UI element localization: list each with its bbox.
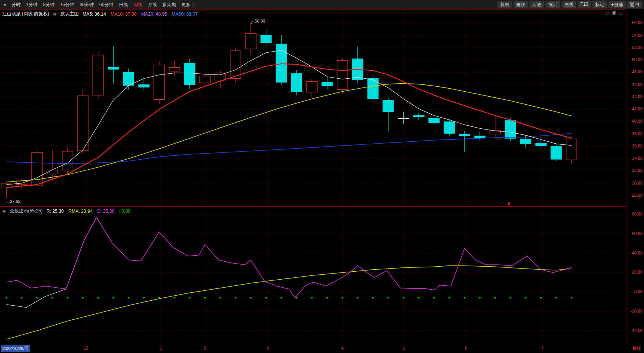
candle-body — [505, 120, 516, 138]
signal-dot — [158, 297, 160, 299]
timeframe-tab-8[interactable]: 月线 — [145, 1, 160, 8]
indicator-chart[interactable] — [0, 207, 626, 344]
toolbar-action-2[interactable]: 历史 — [529, 1, 544, 8]
sub-axis-label: 20.00 — [632, 270, 642, 274]
main-chart-panel: 56.00←27.62$ 江山欧派 (周线.前复权) ◉ 默认主图 MA5: 3… — [0, 9, 626, 206]
sub-axis-label: -40.00 — [631, 328, 642, 333]
toolbar-action-0[interactable]: 复权 — [497, 1, 512, 8]
signal-dot — [67, 297, 69, 299]
candle-body — [276, 44, 287, 82]
date-label[interactable]: 2022/10/28/五 — [1, 345, 30, 352]
signal-dot — [510, 297, 512, 299]
candle-body — [383, 100, 394, 112]
timeframe-tab-10[interactable]: 更多 〉 — [179, 1, 199, 8]
signal-dot — [387, 297, 389, 299]
candle-body — [429, 118, 439, 123]
candle-body — [230, 51, 241, 79]
candle-body — [291, 74, 302, 92]
r-line — [6, 217, 112, 308]
timeframe-tab-2[interactable]: 5分钟 — [40, 1, 58, 8]
top-toolbar: ◄ 分时1分钟5分钟15分钟30分钟60分钟日线周线月线多周期更多 〉 复权叠加… — [0, 0, 644, 9]
d-line — [6, 217, 571, 298]
candle-body — [32, 152, 42, 186]
signal-dot — [128, 297, 130, 299]
candle-body — [184, 63, 195, 84]
time-axis: 2022/10/28/五 周线 121234567 — [0, 344, 644, 353]
month-tick-label: 5 — [402, 346, 405, 350]
month-tick-label: 12 — [84, 346, 88, 350]
diamond-icon[interactable]: ◇ — [605, 10, 609, 16]
window-max-icon[interactable]: □ — [620, 10, 622, 16]
signal-dot — [189, 297, 191, 299]
candle-body — [154, 65, 165, 99]
main-axis-label: 34.00 — [632, 156, 642, 160]
window-control-icon[interactable]: ◄ — [2, 2, 6, 7]
sub-axis-label: -20.00 — [631, 309, 642, 313]
toolbar-action-6[interactable]: 标记 — [592, 1, 607, 8]
toolbar-action-5[interactable]: F10 — [578, 1, 591, 8]
candle-body — [261, 36, 271, 43]
candle-body — [337, 61, 348, 90]
sub-axis-label: 0.00 — [634, 289, 642, 294]
month-tick-label: 1 — [160, 346, 162, 350]
main-candlestick-chart[interactable]: 56.00←27.62$ — [0, 10, 626, 207]
timeframe-tab-7[interactable]: 周线 — [131, 1, 145, 8]
candle-body — [551, 146, 562, 159]
indicator-value: D: 25.30 — [97, 209, 114, 214]
main-axis-label: 28.00 — [632, 193, 642, 198]
month-tick-label: 4 — [341, 346, 344, 350]
main-axis-label: 44.00 — [632, 94, 642, 99]
candle-body — [536, 143, 546, 146]
timeframe-tab-9[interactable]: 多周期 — [160, 1, 179, 8]
month-tick-label: 2 — [204, 346, 206, 350]
overlay-toggle-icon[interactable]: ◉ — [53, 11, 57, 16]
signal-dot — [97, 297, 99, 299]
timeframe-tab-0[interactable]: 分时 — [9, 1, 23, 8]
candle-body — [200, 76, 210, 83]
toolbar-action-4[interactable]: 画线 — [562, 1, 576, 8]
toolbar-action-1[interactable]: 叠加 — [513, 1, 528, 8]
period-label: 周线 — [633, 346, 641, 351]
overlay-toggle-label[interactable]: 默认主图 — [60, 11, 79, 17]
ma-legend: MA5: 36.14MA10: 37.30MA20: 40.95MA60: 38… — [82, 11, 199, 17]
candle-body — [566, 139, 577, 160]
indicator-value: : 0.00 — [119, 209, 131, 214]
signal-dot — [525, 297, 527, 299]
toolbar-action-7[interactable]: +自选 — [608, 1, 626, 8]
indicator-values: R: 25.30RMA: 23.94D: 25.30: 0.00 — [47, 209, 131, 214]
toolbar-action-8[interactable]: 返回 — [627, 1, 642, 8]
ma5-line — [6, 50, 571, 185]
toolbar-action-3[interactable]: 统计 — [546, 1, 560, 8]
month-tick-label: 6 — [465, 346, 467, 350]
timeframe-tab-1[interactable]: 1分钟 — [23, 1, 40, 8]
ma60-line — [6, 134, 571, 164]
signal-dot — [418, 297, 420, 299]
timeframe-tab-4[interactable]: 30分钟 — [77, 1, 97, 8]
candle-body — [307, 82, 317, 92]
indicator-value: RMA: 23.94 — [68, 209, 92, 214]
low-price-label: ←27.62 — [6, 199, 21, 204]
candle-body — [169, 68, 180, 71]
indicator-toggle-icon[interactable]: ◉ — [2, 209, 6, 214]
main-axis-label: 48.00 — [632, 70, 642, 74]
timeframe-tabs: 分时1分钟5分钟15分钟30分钟60分钟日线周线月线多周期更多 〉 — [9, 1, 199, 8]
signal-dot — [174, 297, 176, 299]
main-axis-label: 30.00 — [632, 181, 642, 185]
timeframe-tab-6[interactable]: 日线 — [116, 1, 131, 8]
candle-body — [93, 55, 103, 95]
signal-dot — [342, 297, 344, 299]
window-split-icon[interactable]: ▣ — [612, 10, 616, 16]
timeframe-tab-3[interactable]: 15分钟 — [57, 1, 77, 8]
candle-body — [398, 118, 409, 119]
main-axis-label: 42.00 — [632, 107, 642, 111]
event-marker[interactable]: $ — [507, 201, 510, 206]
peak-pointer — [251, 21, 254, 24]
main-axis-label: 50.00 — [632, 57, 642, 62]
signal-dot — [571, 297, 573, 299]
main-axis-label: 54.00 — [632, 33, 642, 37]
rma-line — [6, 266, 571, 340]
candle-body — [520, 139, 531, 144]
signal-dot — [372, 297, 374, 299]
timeframe-tab-5[interactable]: 60分钟 — [97, 1, 116, 8]
signal-dot — [281, 297, 282, 299]
